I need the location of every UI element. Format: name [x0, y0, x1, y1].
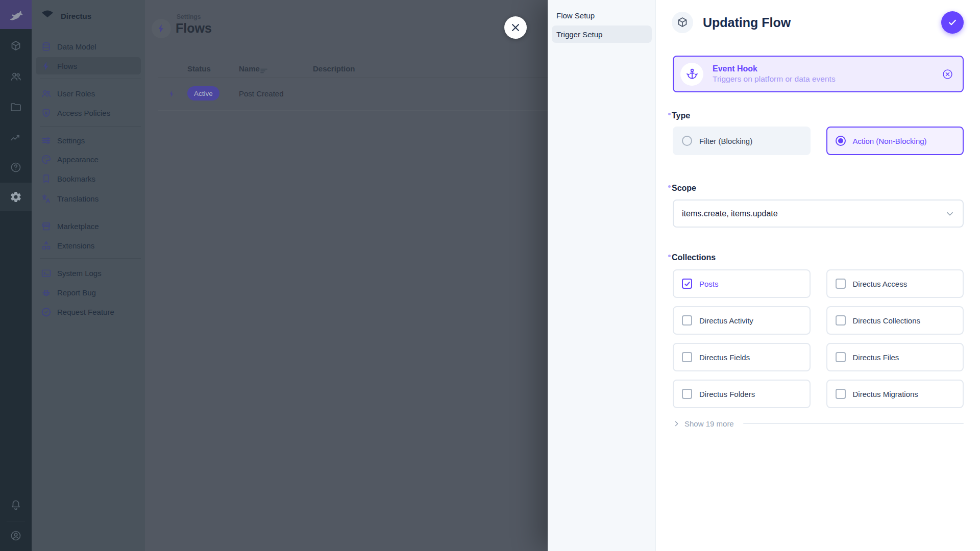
gear-icon[interactable]	[0, 183, 32, 211]
sort-icon[interactable]	[260, 67, 267, 76]
sidebar-item-user-roles[interactable]: User Roles	[36, 85, 141, 102]
bolt-icon	[40, 60, 52, 71]
sidebar-item-label: System Logs	[57, 269, 102, 278]
collection-checkbox-directus-activity[interactable]: Directus Activity	[673, 306, 811, 335]
breadcrumb[interactable]: Settings	[177, 13, 201, 20]
directus-logo-tile[interactable]	[0, 0, 32, 29]
sidebar-item-request-feature[interactable]: Request Feature	[36, 303, 141, 320]
project-logo-icon	[41, 10, 54, 22]
checkbox-icon	[836, 279, 846, 289]
project-title: Directus	[61, 12, 91, 20]
sidebar: Directus Data Model Flows User Roles Acc…	[32, 0, 145, 551]
drawer-title-row: Updating Flow	[672, 12, 791, 33]
deselect-trigger-icon[interactable]	[942, 68, 953, 80]
help-icon[interactable]	[0, 153, 32, 182]
sidebar-item-appearance[interactable]: Appearance	[36, 151, 141, 168]
anchor-icon	[680, 63, 703, 86]
save-button[interactable]	[941, 11, 964, 34]
close-drawer-button[interactable]	[504, 16, 527, 39]
collection-checkbox-directus-collections[interactable]: Directus Collections	[826, 306, 964, 335]
type-section-label: Type	[673, 111, 690, 120]
sidebar-item-access-policies[interactable]: Access Policies	[36, 104, 141, 121]
drawer-nav-trigger-setup[interactable]: Trigger Setup	[552, 26, 652, 43]
sidebar-item-translations[interactable]: Translations	[36, 190, 141, 207]
sidebar-item-marketplace[interactable]: Marketplace	[36, 217, 141, 235]
collection-checkbox-directus-files[interactable]: Directus Files	[826, 343, 964, 371]
sidebar-divider	[40, 258, 141, 259]
show-more-divider	[743, 423, 964, 424]
checkbox-icon	[682, 315, 692, 325]
drawer-nav-panel: Flow Setup Trigger Setup	[548, 0, 656, 551]
table-header-name[interactable]: Name	[239, 64, 260, 73]
bookmark-icon	[40, 173, 52, 184]
sidebar-divider	[40, 126, 141, 127]
radio-checked-icon	[836, 136, 846, 146]
directus-rabbit-logo	[7, 7, 24, 22]
radio-option-filter-blocking[interactable]: Filter (Blocking)	[673, 127, 811, 155]
collections-grid: Posts Directus Access Directus Activity …	[673, 269, 964, 408]
sidebar-item-data-model[interactable]: Data Model	[36, 38, 141, 55]
sidebar-item-flows[interactable]: Flows	[36, 57, 141, 74]
sidebar-item-settings[interactable]: Settings	[36, 132, 141, 149]
sidebar-item-system-logs[interactable]: System Logs	[36, 264, 141, 282]
bell-icon[interactable]	[0, 491, 32, 519]
show-more-label: Show 19 more	[684, 419, 734, 428]
drawer-nav-flow-setup[interactable]: Flow Setup	[552, 7, 652, 24]
sliders-icon	[40, 135, 52, 146]
storefront-icon	[40, 220, 52, 232]
sidebar-item-label: Data Model	[57, 42, 96, 51]
radio-option-action-non-blocking[interactable]: Action (Non-Blocking)	[826, 127, 964, 155]
table-row[interactable]: Post Created	[239, 89, 284, 98]
activity-icon[interactable]	[0, 123, 32, 152]
module-bar	[0, 0, 32, 551]
check-icon	[947, 17, 958, 28]
sidebar-divider	[40, 79, 141, 79]
sidebar-divider	[40, 213, 141, 213]
project-header[interactable]: Directus	[41, 7, 91, 24]
users-icon[interactable]	[0, 62, 32, 91]
sidebar-item-label: Report Bug	[57, 288, 96, 297]
sidebar-item-label: Marketplace	[57, 222, 99, 231]
sidebar-item-label: Access Policies	[57, 109, 110, 117]
trigger-card-texts: Event Hook Triggers on platform or data …	[713, 64, 933, 85]
required-dot	[668, 113, 671, 115]
collection-checkbox-posts[interactable]: Posts	[673, 269, 811, 298]
folder-icon[interactable]	[0, 93, 32, 121]
page-title: Flows	[176, 21, 212, 36]
radio-icon	[682, 136, 692, 146]
scope-section-label: Scope	[673, 184, 696, 193]
scope-select[interactable]: items.create, items.update	[673, 199, 964, 228]
flows-title-icon	[152, 19, 171, 38]
collection-checkbox-directus-folders[interactable]: Directus Folders	[673, 380, 811, 408]
sidebar-item-extensions[interactable]: Extensions	[36, 237, 141, 254]
sidebar-item-label: Extensions	[57, 241, 94, 250]
collection-checkbox-directus-access[interactable]: Directus Access	[826, 269, 964, 298]
extension-icon	[40, 240, 52, 251]
user-circle-icon[interactable]	[0, 521, 32, 550]
checkbox-icon	[836, 315, 846, 325]
sidebar-item-label: Appearance	[57, 155, 99, 164]
show-more-button[interactable]: Show 19 more	[673, 418, 964, 429]
collection-checkbox-directus-migrations[interactable]: Directus Migrations	[826, 380, 964, 408]
checkbox-icon	[836, 352, 846, 362]
sidebar-item-report-bug[interactable]: Report Bug	[36, 284, 141, 301]
trigger-type-card-event-hook[interactable]: Event Hook Triggers on platform or data …	[673, 56, 964, 92]
table-header-description[interactable]: Description	[313, 64, 355, 73]
sidebar-item-bookmarks[interactable]: Bookmarks	[36, 170, 141, 187]
checkbox-icon	[682, 352, 692, 362]
sidebar-item-label: User Roles	[57, 89, 95, 98]
collection-checkbox-directus-fields[interactable]: Directus Fields	[673, 343, 811, 371]
shield-icon	[40, 107, 52, 118]
badge-check-icon	[40, 306, 52, 317]
collections-section-label: Collections	[673, 253, 716, 262]
screen: Directus Data Model Flows User Roles Acc…	[0, 0, 980, 551]
cube-icon[interactable]	[0, 32, 32, 60]
flow-row-bolt-icon	[168, 88, 176, 102]
cube-icon	[672, 12, 693, 33]
table-header-status[interactable]: Status	[187, 64, 211, 73]
sidebar-item-label: Settings	[57, 136, 85, 145]
chevron-down-icon	[944, 208, 955, 219]
sidebar-item-label: Request Feature	[57, 308, 114, 316]
trigger-card-subtitle: Triggers on platform or data events	[713, 74, 933, 84]
drawer-title: Updating Flow	[703, 15, 791, 30]
